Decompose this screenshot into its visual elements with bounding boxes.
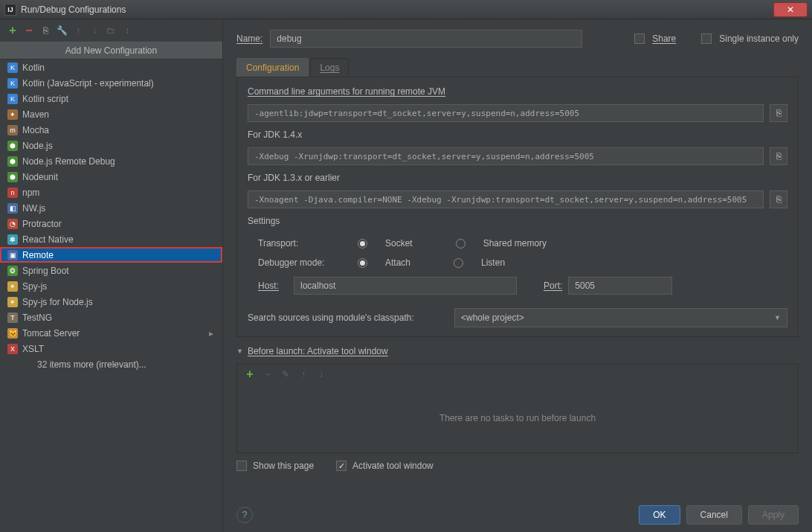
config-type-item[interactable]: XXSLT <box>0 341 222 356</box>
config-type-item[interactable]: ◔Protractor <box>0 216 222 231</box>
close-button[interactable]: ✕ <box>773 2 808 17</box>
config-type-icon: ✶ <box>7 281 18 292</box>
show-this-page-label: Show this page <box>253 461 314 471</box>
up-icon[interactable]: ↑ <box>73 25 83 36</box>
config-type-label: XSLT <box>22 344 44 354</box>
config-type-item[interactable]: ▣Remote <box>0 247 222 263</box>
before-add-icon[interactable]: + <box>245 369 255 379</box>
config-type-label: Spring Boot <box>22 266 69 276</box>
config-type-item[interactable]: KKotlin (JavaScript - experimental) <box>0 75 222 91</box>
config-type-label: Tomcat Server <box>22 328 80 339</box>
tab-bar: Configuration Logs <box>236 58 799 77</box>
config-type-label: Kotlin script <box>22 94 68 104</box>
dropdown-header: Add New Configuration <box>0 42 222 60</box>
before-launch-title: Before launch: Activate tool window <box>248 346 388 356</box>
share-checkbox[interactable] <box>634 33 645 44</box>
config-type-icon: ◔ <box>7 219 18 229</box>
config-type-label: React Native <box>22 234 74 245</box>
config-type-item[interactable]: ✽React Native <box>0 231 222 247</box>
classpath-value: <whole project> <box>461 313 524 323</box>
chevron-down-icon: ▼ <box>774 314 781 321</box>
config-type-item[interactable]: 🐱Tomcat Server▸ <box>0 325 222 341</box>
debugger-listen-label: Listen <box>481 257 505 268</box>
cancel-button[interactable]: Cancel <box>686 505 742 525</box>
config-type-item[interactable]: ✶Spy-js for Node.js <box>0 294 222 310</box>
config-type-label: TestNG <box>22 313 52 323</box>
chevron-right-icon: ▸ <box>207 328 215 339</box>
sort-icon[interactable]: ↕ <box>122 25 132 36</box>
config-type-icon: ⬢ <box>7 172 18 182</box>
config-type-item[interactable]: KKotlin script <box>0 91 222 106</box>
jdk13-label: For JDK 1.3.x or earlier <box>248 173 787 183</box>
config-type-item[interactable]: ⬢Node.js <box>0 138 222 153</box>
config-type-item[interactable]: KKotlin <box>0 60 222 75</box>
ok-button[interactable]: OK <box>639 505 680 525</box>
config-type-icon: ⬢ <box>7 141 18 151</box>
config-type-icon: X <box>7 344 18 354</box>
show-this-page-checkbox[interactable] <box>236 461 247 471</box>
config-type-list[interactable]: KKotlinKKotlin (JavaScript - experimenta… <box>0 60 222 532</box>
config-type-icon: K <box>7 94 18 104</box>
apply-button[interactable]: Apply <box>748 505 799 525</box>
collapse-icon[interactable]: ▼ <box>236 347 243 355</box>
config-type-item[interactable]: ⬢Nodeunit <box>0 169 222 185</box>
config-type-label: Node.js Remote Debug <box>22 156 115 167</box>
before-up-icon[interactable]: ↑ <box>298 369 309 379</box>
single-instance-checkbox[interactable] <box>701 33 712 44</box>
before-empty-text: There are no tasks to run before launch <box>237 384 798 452</box>
transport-shared-radio[interactable] <box>456 239 465 249</box>
config-type-label: Kotlin <box>22 63 45 73</box>
folder-icon[interactable]: 🗀 <box>106 25 116 36</box>
config-type-item[interactable]: mMocha <box>0 122 222 138</box>
config-type-item[interactable]: ✦Maven <box>0 106 222 122</box>
before-down-icon[interactable]: ↓ <box>316 369 326 379</box>
classpath-label: Search sources using module's classpath: <box>248 313 448 323</box>
copy-icon: ⎘ <box>776 194 782 205</box>
wrench-icon[interactable]: 🔧 <box>57 25 67 36</box>
config-type-label: npm <box>22 188 39 198</box>
config-type-item[interactable]: nnpm <box>0 185 222 200</box>
config-type-item[interactable]: TTestNG <box>0 310 222 325</box>
copy-button-3[interactable]: ⎘ <box>770 190 787 208</box>
transport-socket-radio[interactable] <box>358 239 367 249</box>
jdk13-field[interactable]: -Xnoagent -Djava.compiler=NONE -Xdebug -… <box>248 190 764 208</box>
tab-configuration[interactable]: Configuration <box>236 58 309 77</box>
config-type-icon: ⬢ <box>7 156 18 167</box>
before-remove-icon[interactable]: − <box>262 369 273 379</box>
remove-icon[interactable]: − <box>24 25 34 36</box>
copy-icon[interactable]: ⎘ <box>40 25 51 36</box>
config-type-icon: ✦ <box>7 109 18 120</box>
left-toolbar: + − ⎘ 🔧 ↑ ↓ 🗀 ↕ <box>0 19 222 42</box>
config-type-icon: K <box>7 63 18 73</box>
cmd-args-field[interactable]: -agentlib:jdwp=transport=dt_socket,serve… <box>248 104 764 122</box>
config-type-icon: ✶ <box>7 297 18 307</box>
transport-shared-label: Shared memory <box>483 238 547 249</box>
classpath-select[interactable]: <whole project> ▼ <box>454 308 787 327</box>
port-input[interactable] <box>568 277 672 295</box>
config-type-icon: n <box>7 188 18 198</box>
config-type-label: Node.js <box>22 141 53 151</box>
jdk14-field[interactable]: -Xdebug -Xrunjdwp:transport=dt_socket,se… <box>248 147 764 165</box>
before-edit-icon[interactable]: ✎ <box>280 369 291 379</box>
help-button[interactable]: ? <box>236 507 253 523</box>
app-icon: IJ <box>4 4 16 16</box>
config-type-item[interactable]: ⬢Node.js Remote Debug <box>0 153 222 169</box>
add-icon[interactable]: + <box>7 25 18 36</box>
tab-logs[interactable]: Logs <box>310 58 349 77</box>
cmd-args-label: Command line arguments for running remot… <box>248 86 787 97</box>
config-type-item[interactable]: 32 items more (irrelevant)... <box>0 356 222 372</box>
down-icon[interactable]: ↓ <box>89 25 100 36</box>
host-input[interactable] <box>294 277 517 295</box>
config-type-item[interactable]: ❂Spring Boot <box>0 263 222 278</box>
debugger-attach-radio[interactable] <box>358 258 367 268</box>
debugger-listen-radio[interactable] <box>454 258 463 268</box>
name-input[interactable] <box>270 30 582 48</box>
config-type-item[interactable]: ◧NW.js <box>0 200 222 216</box>
config-type-icon: T <box>7 313 18 323</box>
config-type-item[interactable]: ✶Spy-js <box>0 278 222 294</box>
window-title: Run/Debug Configurations <box>21 4 773 15</box>
copy-button-1[interactable]: ⎘ <box>770 104 787 122</box>
activate-tw-checkbox[interactable]: ✓ <box>336 461 347 471</box>
copy-button-2[interactable]: ⎘ <box>770 147 787 165</box>
config-type-icon: 🐱 <box>7 328 18 339</box>
